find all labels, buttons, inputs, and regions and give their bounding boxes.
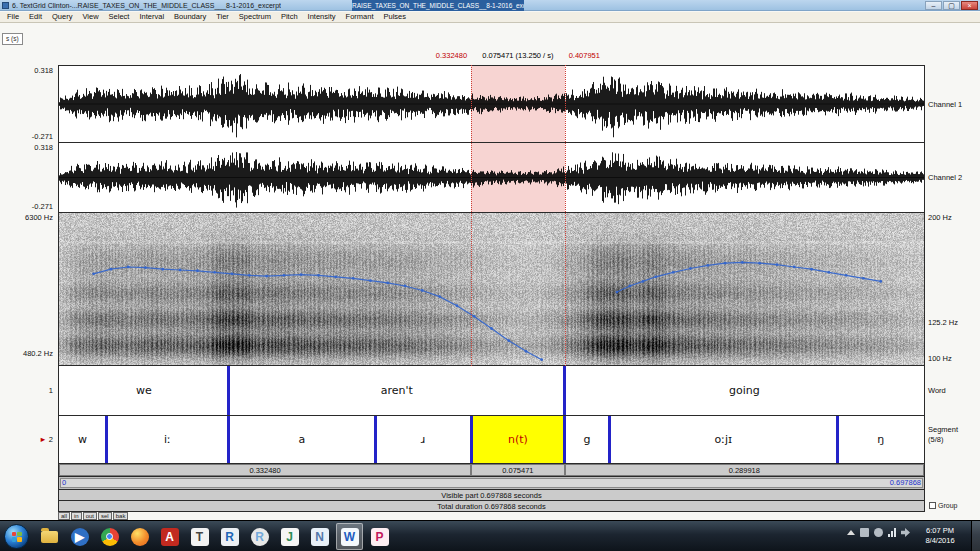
- scrollbar-thumb[interactable]: [60, 478, 923, 488]
- interval-w[interactable]: w: [59, 416, 106, 463]
- zoom-in-button[interactable]: in: [71, 512, 82, 520]
- tray-app-icon[interactable]: [860, 528, 869, 537]
- volume-icon[interactable]: [901, 528, 910, 537]
- praat-icon[interactable]: P: [366, 523, 393, 550]
- show-desktop-button[interactable]: [971, 521, 980, 551]
- network-icon[interactable]: [888, 528, 896, 537]
- texworks-icon[interactable]: T: [186, 523, 213, 550]
- selection-time-bar: 0.3324800.0754710.289918: [58, 463, 925, 477]
- r-project-icon[interactable]: R: [216, 523, 243, 550]
- tier-boundary[interactable]: [227, 366, 230, 415]
- interval-ŋ[interactable]: ŋ: [837, 416, 924, 463]
- tier-boundary[interactable]: [608, 416, 611, 463]
- tier-boundary[interactable]: [105, 416, 108, 463]
- menu-file[interactable]: File: [2, 12, 24, 22]
- texworks-glyph: T: [191, 528, 209, 546]
- menu-interval[interactable]: Interval: [134, 12, 169, 22]
- selection-start-line[interactable]: [471, 65, 472, 366]
- waveform-canvas-ch1[interactable]: [59, 66, 924, 142]
- interval-ɹ[interactable]: ɹ: [375, 416, 471, 463]
- tier-boundary[interactable]: [563, 416, 566, 463]
- start-button[interactable]: [4, 524, 29, 549]
- microsoft-word-glyph: W: [341, 528, 359, 546]
- waveform-channel-1[interactable]: [58, 65, 925, 143]
- firefox-icon[interactable]: [126, 523, 153, 550]
- menu-query[interactable]: Query: [47, 12, 77, 22]
- windows-media-player-icon[interactable]: ▶: [66, 523, 93, 550]
- tray-expand-icon[interactable]: [847, 530, 855, 535]
- menu-tier[interactable]: Tier: [211, 12, 234, 22]
- maximize-button[interactable]: ▢: [943, 1, 960, 10]
- interval-label: oːjɪ: [715, 433, 733, 446]
- tier2-position: (5/8): [928, 435, 980, 444]
- interval-going[interactable]: going: [565, 366, 924, 415]
- menu-formant[interactable]: Formant: [341, 12, 379, 22]
- spectrogram-cursor-freq: 480.2 Hz: [0, 349, 55, 358]
- zoom-out-button[interactable]: out: [83, 512, 97, 520]
- microsoft-word-icon[interactable]: W: [336, 523, 363, 550]
- windows-explorer-icon[interactable]: [36, 523, 63, 550]
- action-center-icon[interactable]: [874, 528, 883, 537]
- interval-label: a: [299, 433, 306, 446]
- close-button[interactable]: ×: [961, 1, 978, 10]
- interval-n(t)[interactable]: n(t): [471, 416, 565, 463]
- minimize-button[interactable]: –: [925, 1, 942, 10]
- tier-boundary[interactable]: [374, 416, 377, 463]
- google-chrome-icon[interactable]: [96, 523, 123, 550]
- interval-we[interactable]: we: [59, 366, 229, 415]
- praat-glyph: P: [371, 528, 389, 546]
- notepad-icon[interactable]: N: [306, 523, 333, 550]
- tier2-number[interactable]: ► 2: [0, 435, 55, 444]
- time-scrollbar[interactable]: 0 0.697868: [58, 476, 925, 490]
- titlebar[interactable]: 6. TextGrid Clinton-...RAISE_TAXES_ON_TH…: [0, 0, 980, 11]
- waveform-channel-2[interactable]: [58, 142, 925, 213]
- menu-pulses[interactable]: Pulses: [378, 12, 411, 22]
- menu-select[interactable]: Select: [104, 12, 135, 22]
- channel1-label: Channel 1: [928, 100, 980, 109]
- jabref-icon[interactable]: J: [276, 523, 303, 550]
- interval-g[interactable]: g: [565, 416, 610, 463]
- menu-spectrum[interactable]: Spectrum: [234, 12, 276, 22]
- selection-start-time[interactable]: 0.332480: [321, 51, 467, 60]
- spectrogram-panel[interactable]: [58, 212, 925, 366]
- tier1-number[interactable]: 1: [0, 386, 55, 395]
- menu-edit[interactable]: Edit: [24, 12, 47, 22]
- menu-boundary[interactable]: Boundary: [169, 12, 211, 22]
- tier-boundary[interactable]: [227, 416, 230, 463]
- interval-a[interactable]: a: [229, 416, 375, 463]
- selection-duration[interactable]: 0.075471 (13.250 / s): [482, 51, 553, 60]
- menu-intensity[interactable]: Intensity: [303, 12, 341, 22]
- group-checkbox-box[interactable]: [929, 502, 936, 509]
- menu-pitch[interactable]: Pitch: [276, 12, 303, 22]
- zoom-bak-button[interactable]: bak: [113, 512, 129, 520]
- adobe-reader-icon[interactable]: A: [156, 523, 183, 550]
- menu-bar: FileEditQueryViewSelectIntervalBoundaryT…: [0, 12, 980, 23]
- interval-aren't[interactable]: aren't: [229, 366, 565, 415]
- tier-boundary[interactable]: [470, 416, 473, 463]
- taskbar-clock[interactable]: 6:07 PM 8/4/2016: [913, 526, 967, 546]
- time-unit-tab[interactable]: s (s): [2, 33, 23, 45]
- zoom-sel-button[interactable]: sel: [98, 512, 112, 520]
- time-segment[interactable]: 0.332480: [59, 464, 471, 476]
- interval-label: w: [78, 433, 87, 446]
- menu-view[interactable]: View: [77, 12, 103, 22]
- tier-word[interactable]: wearen'tgoing: [58, 365, 925, 416]
- group-checkbox[interactable]: Group: [929, 502, 957, 509]
- selection-end-line[interactable]: [565, 65, 566, 366]
- selection-end-time[interactable]: 0.407951: [569, 51, 600, 60]
- interval-iː[interactable]: iː: [106, 416, 229, 463]
- rstudio-icon[interactable]: R: [246, 523, 273, 550]
- tier1-name: Word: [928, 386, 980, 395]
- interval-oːjɪ[interactable]: oːjɪ: [609, 416, 837, 463]
- tier-boundary[interactable]: [563, 366, 566, 415]
- waveform-canvas-ch2[interactable]: [59, 143, 924, 212]
- jabref-glyph: J: [281, 528, 299, 546]
- tier-segment[interactable]: wiːaɹn(t)goːjɪŋ: [58, 415, 925, 464]
- zoom-all-button[interactable]: all: [58, 512, 70, 520]
- app-icon: [2, 2, 9, 9]
- tier-boundary[interactable]: [836, 416, 839, 463]
- spectrogram-canvas[interactable]: [59, 213, 924, 365]
- time-segment[interactable]: 0.289918: [565, 464, 924, 476]
- time-segment[interactable]: 0.075471: [471, 464, 565, 476]
- windows-taskbar: ▶ATRRJNWP 6:07 PM 8/4/2016: [0, 520, 980, 551]
